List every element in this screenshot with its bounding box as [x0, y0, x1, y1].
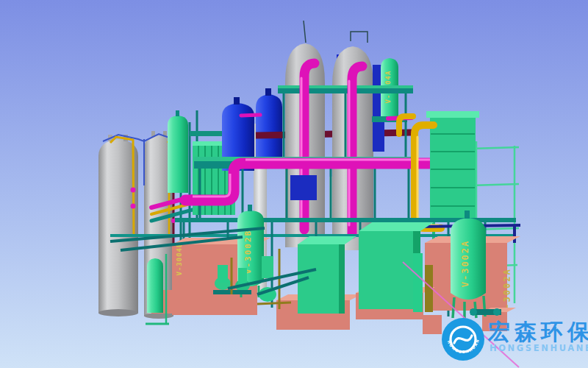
logo-mark: HONGSENHUANBAO [442, 318, 484, 361]
tag-v3002a-shadow: -3002A [502, 268, 512, 308]
logo-en-text: HONGSENHUANBAO [490, 343, 588, 353]
left-mint-vessel [168, 110, 188, 193]
small-block-mid [423, 315, 442, 334]
blue-vessel-2 [256, 88, 282, 166]
tag-v3002b: V-3002B [243, 230, 253, 274]
logo-cn-text: 宏森环保 [487, 319, 588, 344]
plant-3d-render: V-3004A [0, 0, 588, 368]
plant-scene-canvas: V-3004A [0, 0, 588, 368]
tag-v3002a: V-3002A [460, 240, 470, 288]
tag-v3004b: V-3004B [176, 243, 183, 276]
